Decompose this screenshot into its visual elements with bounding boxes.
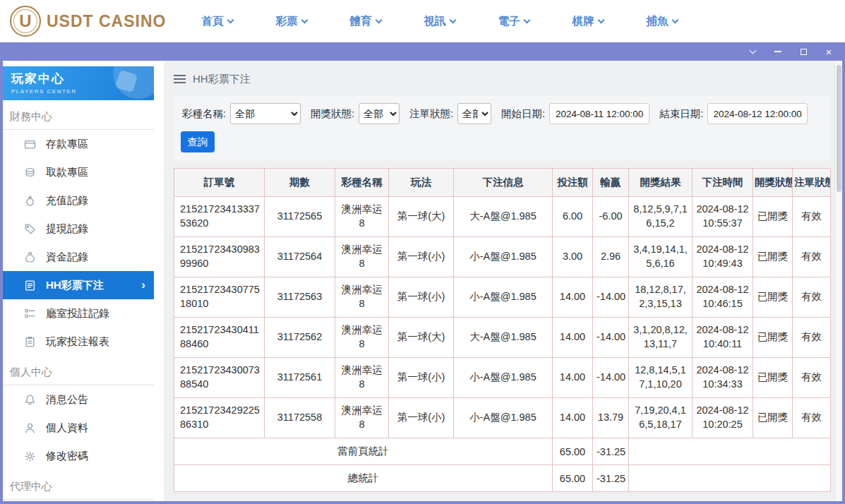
search-button[interactable]: 查詢 <box>181 131 215 152</box>
column-header-play: 玩法 <box>389 169 454 197</box>
close-icon: × <box>826 47 832 57</box>
sidebar-item-funds-record[interactable]: 資金記錄 <box>3 243 154 271</box>
chevron-down-icon <box>301 16 308 23</box>
cell-draw-status: 已開獎 <box>753 277 793 318</box>
column-header-result: 開獎結果 <box>629 169 693 197</box>
table-row: 215217234133375362031172565澳洲幸运8第一球(大)大-… <box>174 197 831 237</box>
lottery-type-select[interactable]: 全部 <box>230 103 301 124</box>
cell-bet-amount: 6.00 <box>553 197 593 237</box>
summary-empty <box>629 465 831 492</box>
cell-bet-info: 大-A盤@1.985 <box>454 197 553 237</box>
sidebar-item-announcement[interactable]: 消息公告 <box>3 385 154 414</box>
recharge-record-icon <box>24 195 36 207</box>
sidebar-item-cashout-record[interactable]: 提現記錄 <box>3 215 154 243</box>
cell-order-no: 2152172342922586310 <box>174 398 265 438</box>
column-header-bet-amount: 投注額 <box>553 169 593 197</box>
cell-bet-amount: 14.00 <box>553 358 593 398</box>
sidebar-item-label: 修改密碼 <box>46 450 88 463</box>
window-body: 玩家中心 PLAYERS CENTER 財務中心存款專區取款專區充值記錄提現記錄… <box>3 61 842 501</box>
summary-win-total: -31.25 <box>593 465 629 492</box>
cell-lottery-name: 澳洲幸运8 <box>335 197 389 237</box>
cell-period: 31172564 <box>265 237 335 277</box>
table-row: 215217234292258631031172558澳洲幸运8第一球(小)小-… <box>174 398 831 438</box>
sidebar-item-recharge-record[interactable]: 充值記錄 <box>3 186 154 215</box>
nav-item-label: 體育 <box>349 14 371 29</box>
cell-period: 31172565 <box>265 197 335 237</box>
window-minimize-button[interactable] <box>773 47 783 56</box>
window-collapse-button[interactable] <box>748 47 757 56</box>
cell-win-loss: -14.00 <box>593 277 629 318</box>
cashout-record-icon <box>24 223 36 235</box>
sidebar-item-label: 存款專區 <box>46 138 88 151</box>
nav-item-label: 視訊 <box>424 14 445 29</box>
sidebar-item-label: 提現記錄 <box>46 222 88 236</box>
maximize-icon <box>801 49 807 55</box>
main-content: HH彩票下注 彩種名稱: 全部 開獎狀態: 全部 注單狀態: 全部 <box>164 61 834 501</box>
column-header-order-status: 注單狀態 <box>793 169 831 197</box>
cell-period: 31172562 <box>265 318 335 358</box>
bets-table: 訂單號期數彩種名稱玩法下注信息投注額輸贏開獎結果下注時間開獎狀態注單狀態 215… <box>174 168 831 492</box>
cell-draw-status: 已開獎 <box>753 318 793 358</box>
sidebar-menu: 財務中心存款專區取款專區充值記錄提現記錄資金記錄HH彩票下注›廳室投註記錄玩家投… <box>3 102 154 500</box>
nav-item-live-video[interactable]: 視訊 <box>424 14 455 29</box>
section-label: 代理中心 <box>3 472 154 500</box>
cell-play: 第一球(小) <box>389 398 454 438</box>
sidebar-item-profile[interactable]: 個人資料 <box>3 414 154 442</box>
cell-bet-info: 大-A盤@1.985 <box>454 318 553 358</box>
window-maximize-button[interactable] <box>798 47 808 56</box>
nav-menu: 首頁彩票體育視訊電子棋牌捕魚 <box>201 14 678 29</box>
hall-bet-record-icon <box>24 308 36 320</box>
nav-item-home[interactable]: 首頁 <box>201 14 233 29</box>
start-date-input[interactable] <box>549 103 649 124</box>
announcement-icon <box>24 394 36 406</box>
sidebar-item-player-bet-report[interactable]: 玩家投注報表 <box>3 328 154 356</box>
end-date-input[interactable] <box>707 103 808 124</box>
cell-bet-amount: 14.00 <box>553 277 593 318</box>
nav-item-slots[interactable]: 電子 <box>498 14 529 29</box>
nav-item-cards[interactable]: 棋牌 <box>572 14 604 29</box>
cell-play: 第一球(大) <box>389 318 454 358</box>
minimize-icon <box>774 51 781 52</box>
vertical-scrollbar[interactable] <box>834 61 842 501</box>
menu-icon[interactable] <box>174 73 186 85</box>
breadcrumb: HH彩票下注 <box>174 65 830 93</box>
cell-order-no: 2152172343077518010 <box>174 277 265 318</box>
cell-result: 7,19,20,4,16,5,18,17 <box>629 398 693 438</box>
filter-label-start-date: 開始日期: <box>501 107 545 121</box>
cell-order-no: 2152172341333753620 <box>174 197 265 237</box>
nav-item-lottery[interactable]: 彩票 <box>275 14 307 29</box>
scrollbar-thumb[interactable] <box>837 65 841 192</box>
summary-label: 總統計 <box>174 465 553 492</box>
column-header-draw-status: 開獎狀態 <box>753 169 793 197</box>
filter-label-lottery-type: 彩種名稱: <box>182 107 226 121</box>
nav-item-fishing[interactable]: 捕魚 <box>646 14 678 29</box>
sidebar-item-deposit[interactable]: 存款專區 <box>3 130 154 158</box>
chevron-down-icon <box>598 16 605 23</box>
table-row: 215217234304118846031172562澳洲幸运8第一球(大)大-… <box>174 318 831 358</box>
chevron-down-icon <box>524 16 531 23</box>
sidebar-item-password[interactable]: 修改密碼 <box>3 442 154 470</box>
sidebar-item-hh-lottery-bet[interactable]: HH彩票下注› <box>3 271 154 299</box>
summary-label: 當前頁統計 <box>174 438 553 465</box>
sidebar-header: 玩家中心 PLAYERS CENTER <box>3 66 154 100</box>
sidebar-item-label: HH彩票下注 <box>46 279 104 292</box>
hh-lottery-bet-icon <box>24 280 36 292</box>
chevron-down-icon <box>227 16 234 23</box>
nav-item-label: 棋牌 <box>572 14 594 29</box>
window-close-button[interactable]: × <box>824 47 834 56</box>
window-titlebar[interactable]: × <box>3 42 842 61</box>
section-label: 個人中心 <box>3 357 154 385</box>
cell-lottery-name: 澳洲幸运8 <box>335 318 389 358</box>
section-label: 財務中心 <box>3 102 154 130</box>
nav-item-sports[interactable]: 體育 <box>349 14 381 29</box>
sidebar-item-withdraw[interactable]: 取款專區 <box>3 158 154 186</box>
logo[interactable]: U USDT CASINO <box>10 6 166 37</box>
sidebar-item-hall-bet-record[interactable]: 廳室投註記錄 <box>3 299 154 328</box>
cell-bet-time: 2024-08-12 10:55:37 <box>693 197 753 237</box>
order-status-select[interactable]: 全部 <box>457 103 491 124</box>
draw-status-select[interactable]: 全部 <box>359 103 400 124</box>
cell-result: 3,1,20,8,12,13,11,7 <box>629 318 693 358</box>
summary-row: 總統計65.00-31.25 <box>174 465 831 492</box>
filter-label-order-status: 注單狀態: <box>409 107 453 121</box>
profile-icon <box>24 422 36 434</box>
